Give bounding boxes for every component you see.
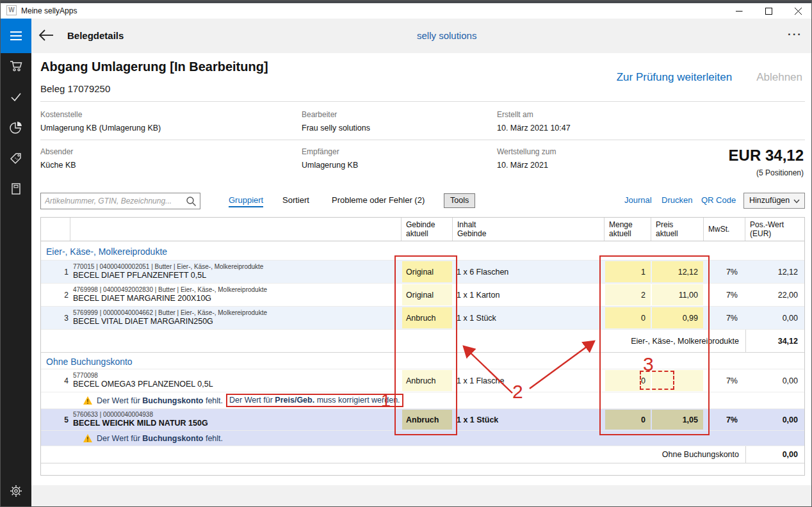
warning-icon	[83, 434, 92, 442]
warning-row: Der Wert für Buchungskonto fehlt.	[41, 431, 804, 446]
col-header-menge: Mengeaktuell	[605, 218, 651, 241]
filter-gruppiert[interactable]: Gruppiert	[229, 195, 263, 207]
page-title: Belegdetails	[67, 19, 124, 53]
content-bottom-area	[31, 485, 812, 507]
document-title: Abgang Umlagerung [In Bearbeitung]	[40, 60, 268, 74]
table-row[interactable]: 1 770015 | 04000400002051 | Butter | Eie…	[41, 261, 804, 284]
col-header-inhalt: InhaltGebinde	[453, 218, 605, 241]
field-value-erstellt-am: 10. März 2021 10:47	[497, 124, 571, 133]
annotation-box-warning: Der Wert für Preis/Geb. muss korrigiert …	[226, 394, 403, 407]
group-header-eier-kaese: Eier-, Käse-, Molkereiprodukte	[41, 241, 804, 261]
warning-text: Der Wert für Buchungskonto fehlt.	[97, 396, 223, 405]
hamburger-menu-button[interactable]	[1, 19, 31, 53]
book-icon	[8, 181, 24, 197]
qr-code-link[interactable]: QR Code	[701, 195, 736, 205]
gebinde-cell[interactable]: Original	[402, 284, 452, 305]
article-name: BECEL WEICHK MILD NATUR 150G	[73, 419, 402, 428]
sidebar-item-reports[interactable]	[8, 120, 24, 135]
search-icon[interactable]	[186, 196, 197, 207]
app-window: W Meine sellyApps Belegdetails selly sol…	[0, 0, 812, 507]
warning-row: Der Wert für Buchungskonto fehlt. Der We…	[41, 392, 804, 409]
article-meta: 5769999 | 00000040004662 | Butter | Eier…	[73, 309, 402, 317]
app-icon: W	[6, 5, 17, 15]
reject-button[interactable]: Ablehnen	[756, 71, 802, 83]
divider	[40, 140, 805, 140]
menge-cell[interactable]: 0	[605, 370, 651, 391]
maximize-button[interactable]	[754, 3, 783, 19]
preis-cell[interactable]: 11,00	[652, 284, 703, 305]
check-icon	[8, 89, 24, 104]
close-button[interactable]	[783, 3, 812, 19]
journal-link[interactable]: Journal	[624, 195, 652, 205]
gebinde-cell[interactable]: Original	[402, 261, 452, 282]
menge-cell[interactable]: 2	[605, 284, 651, 305]
document-actions: Zur Prüfung weiterleitenAblehnen	[617, 71, 802, 84]
sidebar-item-prices[interactable]	[8, 150, 24, 166]
filter-sortiert[interactable]: Sortiert	[282, 195, 309, 205]
document-total: EUR 34,12	[729, 147, 804, 165]
document-number: Beleg 17079250	[40, 83, 110, 94]
cart-icon	[8, 58, 24, 74]
col-header-preis: Preisaktuell	[651, 218, 704, 241]
group-subtotal-row: Ohne Buchungskonto 0,00	[41, 446, 804, 463]
col-header-gebinde: Gebindeaktuell	[402, 218, 453, 241]
sidebar-item-cart[interactable]	[8, 58, 24, 74]
gebinde-cell[interactable]: Anbruch	[402, 370, 452, 391]
table-row[interactable]: 2 4769998 | 04000492002830 | Butter | Ei…	[41, 284, 804, 307]
divider	[40, 101, 805, 102]
back-button[interactable]	[38, 29, 56, 43]
field-value-absender: Küche KB	[40, 161, 76, 170]
article-name: BECEL DIAET PFLANZENFETT 0,5L	[73, 271, 402, 280]
field-value-empfaenger: Umlagerung KB	[302, 161, 358, 170]
preis-cell[interactable]: 0,99	[652, 307, 703, 328]
gebinde-cell[interactable]: Anbruch	[402, 307, 452, 328]
minimize-button[interactable]	[724, 3, 754, 19]
sidebar-item-catalog[interactable]	[8, 181, 24, 197]
field-label-erstellt-am: Erstellt am	[497, 110, 533, 119]
preis-cell[interactable]	[652, 370, 703, 391]
minimize-icon	[736, 8, 743, 15]
warning-icon	[83, 396, 92, 405]
col-header-mwst: MwSt.	[704, 218, 745, 241]
tools-button[interactable]: Tools	[444, 193, 475, 208]
maximize-icon	[765, 8, 772, 15]
drucken-link[interactable]: Drucken	[662, 195, 692, 205]
forward-for-review-button[interactable]: Zur Prüfung weiterleiten	[617, 71, 732, 83]
table-row-selected[interactable]: 5 5760633 | 00000040004938BECEL WEICHK M…	[41, 409, 804, 431]
sidebar-item-settings[interactable]	[8, 483, 24, 499]
hinzufuegen-label: Hinzufügen	[749, 196, 790, 205]
app-center-title: selly solutions	[417, 19, 476, 53]
table-row[interactable]: 4 5770098BECEL OMEGA3 PFLANZENOEL 0,5L A…	[41, 369, 804, 392]
field-label-absender: Absender	[40, 147, 73, 156]
warning-text: Der Wert für Buchungskonto fehlt.	[97, 434, 223, 443]
col-header-pos-wert: Pos.-Wert(EUR)	[745, 218, 804, 241]
more-options-button[interactable]: ···	[788, 19, 802, 53]
search-box	[40, 193, 200, 209]
col-header-article	[70, 218, 402, 241]
sidebar-item-approve[interactable]	[8, 89, 24, 104]
table-filler	[41, 463, 804, 475]
preis-cell[interactable]: 1,05	[652, 410, 703, 430]
search-input[interactable]	[41, 193, 183, 209]
article-meta: 5770098	[73, 372, 402, 380]
preis-cell[interactable]: 12,12	[652, 261, 703, 282]
table-header-row: Gebindeaktuell InhaltGebinde Mengeaktuel…	[41, 218, 804, 241]
table-row[interactable]: 3 5769999 | 00000040004662 | Butter | Ei…	[41, 307, 804, 330]
app-header-bar: Belegdetails selly solutions ···	[1, 19, 812, 53]
group-subtotal-row: Eier-, Käse-, Molkereiprodukte 34,12	[41, 330, 804, 353]
gebinde-cell[interactable]: Anbruch	[402, 410, 452, 430]
gear-icon	[8, 483, 24, 499]
menge-cell[interactable]: 0	[605, 307, 651, 328]
title-bar: W Meine sellyApps	[1, 3, 812, 19]
filter-probleme-oder-fehler[interactable]: Probleme oder Fehler (2)	[332, 195, 425, 205]
document-position-count: (5 Positionen)	[756, 168, 804, 177]
back-arrow-icon	[38, 29, 54, 42]
menge-cell[interactable]: 0	[605, 410, 651, 430]
hamburger-icon	[10, 31, 22, 40]
chevron-down-icon	[793, 199, 800, 204]
menge-cell[interactable]: 1	[605, 261, 651, 282]
price-tag-icon	[8, 150, 24, 166]
window-title: Meine sellyApps	[21, 3, 77, 19]
hinzufuegen-dropdown[interactable]: Hinzufügen	[743, 193, 805, 209]
article-name: BECEL DIAET MARGARINE 200X10G	[73, 294, 402, 303]
